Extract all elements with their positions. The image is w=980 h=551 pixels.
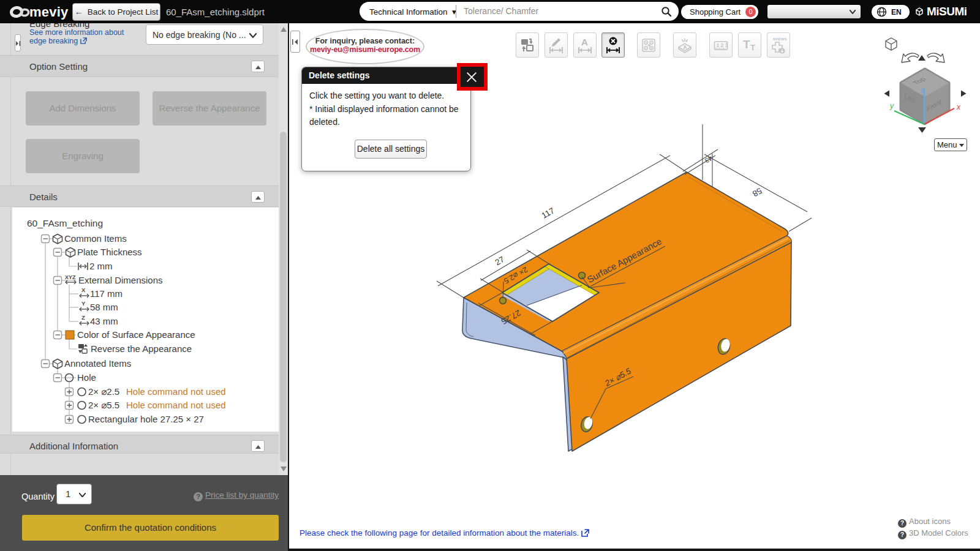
svg-text:2× ⌀2.5: 2× ⌀2.5 <box>88 386 119 397</box>
svg-text:6VIEWS: 6VIEWS <box>773 37 787 41</box>
svg-text:2× ⌀5.5: 2× ⌀5.5 <box>88 400 119 410</box>
svg-text:x: x <box>956 103 961 111</box>
svg-text:X: X <box>81 287 86 293</box>
svg-text:58 mm: 58 mm <box>90 302 118 312</box>
svg-text:117 mm: 117 mm <box>90 288 123 299</box>
svg-text:Z: Z <box>81 314 85 321</box>
svg-text:Hole: Hole <box>77 372 96 383</box>
svg-text:60_FAsm_etching: 60_FAsm_etching <box>27 218 103 228</box>
svg-text:z: z <box>920 86 924 94</box>
svg-text:43 mm: 43 mm <box>90 316 118 326</box>
svg-text:27: 27 <box>494 255 506 267</box>
svg-text:A: A <box>581 37 588 47</box>
svg-text:Reverse the Appearance: Reverse the Appearance <box>91 343 192 354</box>
svg-text:58: 58 <box>751 186 763 198</box>
svg-text:1 2 3: 1 2 3 <box>717 42 728 48</box>
svg-text:Hole command not used: Hole command not used <box>126 386 226 397</box>
svg-text:XYZ: XYZ <box>65 274 76 280</box>
svg-text:Common Items: Common Items <box>64 233 127 244</box>
svg-text:Rectangular hole 27.25 × 27: Rectangular hole 27.25 × 27 <box>88 414 204 424</box>
svg-text:T: T <box>743 38 750 51</box>
svg-text:External Dimensions: External Dimensions <box>78 275 163 285</box>
svg-text:Hole command not used: Hole command not used <box>126 400 226 410</box>
svg-text:meviy: meviy <box>29 4 69 20</box>
svg-text:y: y <box>889 102 894 110</box>
svg-text:2 mm: 2 mm <box>89 261 113 271</box>
svg-text:T: T <box>750 43 755 52</box>
svg-text:Annotated Items: Annotated Items <box>64 358 131 369</box>
svg-text:Color of Surface Appearance: Color of Surface Appearance <box>77 329 195 340</box>
svg-text:117: 117 <box>540 206 556 220</box>
svg-text:Plate Thickness: Plate Thickness <box>77 247 142 257</box>
svg-text:Y: Y <box>81 300 86 307</box>
